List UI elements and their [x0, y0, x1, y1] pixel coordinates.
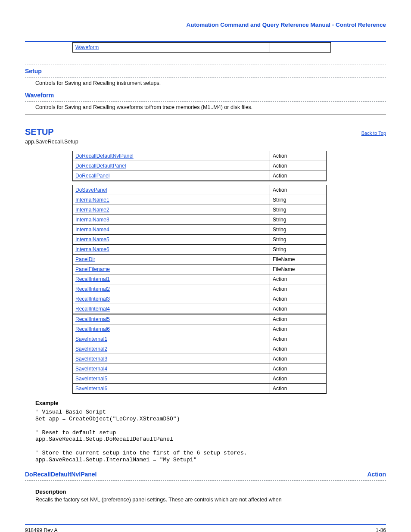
- link-saveinternal6[interactable]: SaveInternal6: [75, 386, 107, 392]
- setup-table-row: DoRecallDefaultNvlPanelAction: [73, 151, 327, 161]
- cell-type: String: [270, 195, 327, 205]
- setup-table-row: RecallInternal2Action: [73, 284, 327, 294]
- cell-type: Action: [270, 374, 327, 384]
- example-heading: Example: [35, 400, 386, 406]
- cell-type: Action: [270, 354, 327, 364]
- setup-table-row: PanelDirFileName: [73, 255, 327, 264]
- setup-table-row: SaveInternal3Action: [73, 354, 327, 364]
- description-text: Recalls the factory set NVL (preference)…: [35, 497, 386, 503]
- cell-type: Action: [270, 344, 327, 354]
- link-internalname1[interactable]: InternalName1: [75, 197, 109, 203]
- link-internalname3[interactable]: InternalName3: [75, 217, 109, 223]
- setup-table-row: RecallInternal5Action: [73, 314, 327, 324]
- cell-type: Action: [270, 314, 327, 324]
- setup-table-row: InternalName1String: [73, 195, 327, 205]
- link-saveinternal2[interactable]: SaveInternal2: [75, 346, 107, 352]
- footer-right: 1-86: [376, 527, 386, 532]
- cell-type: [270, 43, 330, 53]
- entry-setup-row: Setup: [25, 68, 386, 75]
- cell-type: Action: [270, 364, 327, 374]
- cell-type: String: [270, 235, 327, 245]
- example-code: ' Visual Basic Script Set app = CreateOb…: [35, 409, 386, 464]
- link-back-to-top[interactable]: Back to Top: [361, 131, 386, 136]
- table-spacer: [73, 181, 327, 185]
- setup-table-row: RecallInternal4Action: [73, 304, 327, 314]
- cell-type: Action: [270, 274, 327, 284]
- cell-type: Action: [270, 304, 327, 314]
- section-path: app.SaveRecall.Setup: [25, 139, 386, 145]
- entry-desc: Controls for Saving and Recalling instru…: [35, 80, 386, 86]
- cell-type: Action: [270, 384, 327, 394]
- cell-type: String: [270, 215, 327, 225]
- footer-rule: [25, 524, 386, 525]
- setup-table-row: InternalName4String: [73, 225, 327, 235]
- top-table: Waveform: [72, 42, 331, 53]
- separator: [25, 65, 386, 65]
- link-panelfilename[interactable]: PanelFilename: [75, 266, 110, 272]
- setup-table-row: DoSavePanelAction: [73, 185, 327, 195]
- setup-table-row: RecallInternal3Action: [73, 294, 327, 304]
- cell-type: FileName: [270, 264, 327, 274]
- entry-type: Action: [367, 471, 386, 478]
- link-recallinternal2[interactable]: RecallInternal2: [75, 286, 110, 292]
- link-saveinternal5[interactable]: SaveInternal5: [75, 376, 107, 382]
- setup-table-row: DoRecallDefaultPanelAction: [73, 161, 327, 171]
- footer: 918499 Rev A 1-86: [25, 527, 386, 532]
- cell-type: Action: [270, 324, 327, 334]
- section-rule: [25, 115, 386, 115]
- cell-type: String: [270, 205, 327, 215]
- top-table-row: Waveform: [73, 43, 331, 53]
- link-internalname6[interactable]: InternalName6: [75, 246, 109, 252]
- cell-type: Action: [270, 171, 327, 181]
- link-internalname2[interactable]: InternalName2: [75, 207, 109, 213]
- link-dorecalldefaultpanel[interactable]: DoRecallDefaultPanel: [75, 163, 126, 169]
- description-heading: Description: [35, 488, 386, 495]
- separator: [25, 468, 386, 468]
- page: Automation Command and Query Reference M…: [25, 22, 386, 510]
- entry-title: DoRecallDefaultNvlPanel: [25, 471, 97, 478]
- setup-table-row: SaveInternal1Action: [73, 334, 327, 344]
- setup-table-row: SaveInternal4Action: [73, 364, 327, 374]
- setup-table-row: SaveInternal6Action: [73, 384, 327, 394]
- entry-waveform-row: Waveform: [25, 92, 386, 99]
- footer-left: 918499 Rev A: [25, 527, 57, 532]
- setup-table-row: SaveInternal5Action: [73, 374, 327, 384]
- setup-table-row: RecallInternal6Action: [73, 324, 327, 334]
- link-recallinternal5[interactable]: RecallInternal5: [75, 316, 110, 322]
- link-waveform[interactable]: Waveform: [75, 44, 99, 50]
- separator: [25, 77, 386, 78]
- link-saveinternal4[interactable]: SaveInternal4: [75, 366, 107, 372]
- cell-type: Action: [270, 161, 327, 171]
- header-brand: Automation Command and Query Reference M…: [25, 22, 386, 28]
- cell-type: Action: [270, 151, 327, 161]
- link-saveinternal1[interactable]: SaveInternal1: [75, 336, 107, 342]
- cell-type: Action: [270, 284, 327, 294]
- link-recallinternal3[interactable]: RecallInternal3: [75, 296, 110, 302]
- cell-type: String: [270, 225, 327, 235]
- link-recallinternal6[interactable]: RecallInternal6: [75, 326, 110, 332]
- link-internalname4[interactable]: InternalName4: [75, 227, 109, 233]
- link-dorecallpanel[interactable]: DoRecallPanel: [75, 173, 109, 179]
- link-paneldir[interactable]: PanelDir: [75, 256, 95, 262]
- link-internalname5[interactable]: InternalName5: [75, 236, 109, 243]
- setup-table-row: InternalName6String: [73, 245, 327, 255]
- cell-type: Action: [270, 334, 327, 344]
- setup-table-row: PanelFilenameFileName: [73, 264, 327, 274]
- setup-table-row: InternalName5String: [73, 235, 327, 245]
- link-dosavepanel[interactable]: DoSavePanel: [75, 187, 107, 193]
- cell-type: FileName: [270, 255, 327, 264]
- cell-type: Action: [270, 294, 327, 304]
- setup-table-row: InternalName3String: [73, 215, 327, 225]
- section-head: SETUP Back to Top: [25, 127, 386, 137]
- setup-table-row: DoRecallPanelAction: [73, 171, 327, 181]
- cell-type: Action: [270, 185, 327, 195]
- separator: [25, 101, 386, 102]
- link-recallinternal1[interactable]: RecallInternal1: [75, 276, 110, 282]
- final-entry-row: DoRecallDefaultNvlPanel Action: [25, 471, 386, 478]
- setup-table-row: InternalName2String: [73, 205, 327, 215]
- section-title: SETUP: [25, 127, 54, 137]
- link-saveinternal3[interactable]: SaveInternal3: [75, 356, 107, 362]
- separator: [25, 480, 386, 481]
- link-dorecalldefaultnvlpanel[interactable]: DoRecallDefaultNvlPanel: [75, 153, 134, 159]
- link-recallinternal4[interactable]: RecallInternal4: [75, 306, 110, 312]
